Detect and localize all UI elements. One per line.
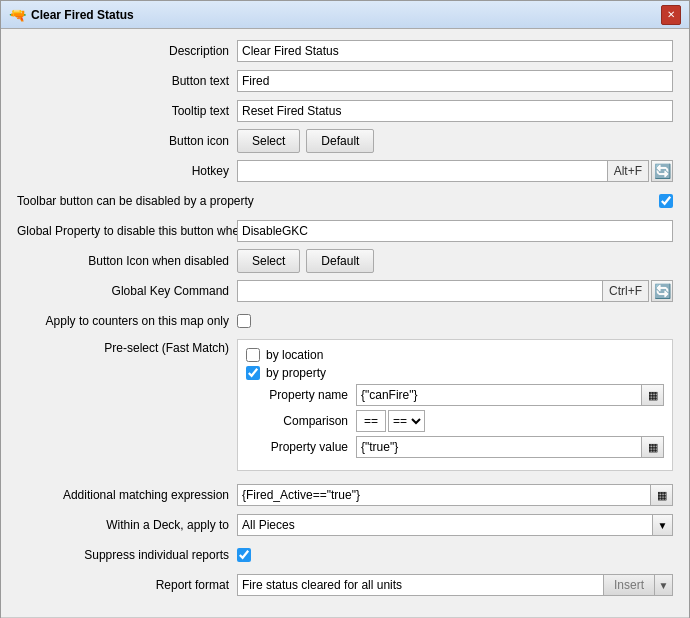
form-content: Description Button text Tooltip text But… <box>1 29 689 613</box>
report-format-input-wrap: Insert ▼ <box>237 574 673 596</box>
property-value-input[interactable] <box>356 436 642 458</box>
additional-expr-input-wrap: ▦ <box>237 484 673 506</box>
hotkey-reset-btn-1[interactable]: 🔄 <box>651 160 673 182</box>
comparison-row-wrap: Comparison == != < > <box>246 410 664 432</box>
pre-select-section: by location by property Property name ▦ <box>237 339 673 471</box>
global-property-row: Global Property to disable this button w… <box>17 219 673 243</box>
additional-expr-input[interactable] <box>237 484 651 506</box>
hotkey-label: Hotkey <box>17 164 237 178</box>
property-value-row: Property value ▦ <box>246 436 664 458</box>
additional-expr-row: Additional matching expression ▦ <box>17 483 673 507</box>
property-value-input-wrap: ▦ <box>356 436 664 458</box>
suppress-row: Suppress individual reports <box>17 543 673 567</box>
pre-select-row: Pre-select (Fast Match) by location by p… <box>17 339 673 477</box>
close-button[interactable]: ✕ <box>661 5 681 25</box>
insert-button[interactable]: Insert <box>604 574 655 596</box>
by-location-checkbox[interactable] <box>246 348 260 362</box>
default-button-2[interactable]: Default <box>306 249 374 273</box>
title-bar: 🔫 Clear Fired Status ✕ <box>1 1 689 29</box>
comparison-select[interactable]: == != < > <box>388 410 425 432</box>
button-icon-disabled-row: Button Icon when disabled Select Default <box>17 249 673 273</box>
property-name-input-wrap: ▦ <box>356 384 664 406</box>
toolbar-disable-checkbox[interactable] <box>659 194 673 208</box>
global-key-shortcut: Ctrl+F <box>603 280 649 302</box>
report-format-row: Report format Insert ▼ <box>17 573 673 597</box>
select-button-2[interactable]: Select <box>237 249 300 273</box>
global-property-input[interactable] <box>237 220 673 242</box>
property-value-calc-btn[interactable]: ▦ <box>642 436 664 458</box>
description-label: Description <box>17 44 237 58</box>
global-property-label: Global Property to disable this button w… <box>17 224 237 238</box>
report-format-label: Report format <box>17 578 237 592</box>
description-input[interactable] <box>237 40 673 62</box>
button-text-label: Button text <box>17 74 237 88</box>
window-title: Clear Fired Status <box>31 8 134 22</box>
hotkey-row: Hotkey Alt+F 🔄 <box>17 159 673 183</box>
default-button-1[interactable]: Default <box>306 129 374 153</box>
comparison-label: Comparison <box>246 414 356 428</box>
deck-select-arrow[interactable]: ▼ <box>653 514 673 536</box>
suppress-checkbox[interactable] <box>237 548 251 562</box>
tooltip-text-input[interactable] <box>237 100 673 122</box>
global-key-label: Global Key Command <box>17 284 237 298</box>
report-format-input[interactable] <box>237 574 604 596</box>
property-value-label: Property value <box>246 440 356 454</box>
by-property-label: by property <box>266 366 326 380</box>
by-location-label: by location <box>266 348 323 362</box>
main-window: 🔫 Clear Fired Status ✕ Description Butto… <box>0 0 690 618</box>
global-key-row: Global Key Command Ctrl+F 🔄 <box>17 279 673 303</box>
description-row: Description <box>17 39 673 63</box>
within-deck-row: Within a Deck, apply to All Pieces Top P… <box>17 513 673 537</box>
button-icon-label: Button icon <box>17 134 237 148</box>
by-property-row: by property <box>246 366 664 380</box>
toolbar-disable-row: Toolbar button can be disabled by a prop… <box>17 189 673 213</box>
apply-counters-checkbox[interactable] <box>237 314 251 328</box>
hotkey-reset-btn-2[interactable]: 🔄 <box>651 280 673 302</box>
button-icon-disabled-label: Button Icon when disabled <box>17 254 237 268</box>
hotkey-input[interactable] <box>237 160 608 182</box>
window-icon: 🔫 <box>9 7 25 23</box>
hotkey-input-wrap: Alt+F 🔄 <box>237 160 673 182</box>
insert-arrow[interactable]: ▼ <box>655 574 673 596</box>
by-location-row: by location <box>246 348 664 362</box>
within-deck-label: Within a Deck, apply to <box>17 518 237 532</box>
select-button-1[interactable]: Select <box>237 129 300 153</box>
toolbar-disable-label: Toolbar button can be disabled by a prop… <box>17 194 653 208</box>
comparison-input-wrap: == != < > <box>356 410 425 432</box>
comparison-input[interactable] <box>356 410 386 432</box>
hotkey-shortcut-1: Alt+F <box>608 160 649 182</box>
property-name-label: Property name <box>246 388 356 402</box>
by-property-checkbox[interactable] <box>246 366 260 380</box>
tooltip-text-row: Tooltip text <box>17 99 673 123</box>
global-key-input[interactable] <box>237 280 603 302</box>
button-text-input[interactable] <box>237 70 673 92</box>
button-text-row: Button text <box>17 69 673 93</box>
property-name-row: Property name ▦ <box>246 384 664 406</box>
suppress-label: Suppress individual reports <box>17 548 237 562</box>
pre-select-label: Pre-select (Fast Match) <box>17 339 237 355</box>
apply-counters-row: Apply to counters on this map only <box>17 309 673 333</box>
additional-expr-calc-btn[interactable]: ▦ <box>651 484 673 506</box>
apply-counters-label: Apply to counters on this map only <box>17 314 237 328</box>
button-icon-row: Button icon Select Default <box>17 129 673 153</box>
within-deck-select-wrap: All Pieces Top Piece Bottom Piece ▼ <box>237 514 673 536</box>
within-deck-select[interactable]: All Pieces Top Piece Bottom Piece <box>237 514 653 536</box>
property-name-calc-btn[interactable]: ▦ <box>642 384 664 406</box>
tooltip-text-label: Tooltip text <box>17 104 237 118</box>
additional-expr-label: Additional matching expression <box>17 488 237 502</box>
title-bar-left: 🔫 Clear Fired Status <box>9 7 134 23</box>
global-key-input-wrap: Ctrl+F 🔄 <box>237 280 673 302</box>
property-name-input[interactable] <box>356 384 642 406</box>
